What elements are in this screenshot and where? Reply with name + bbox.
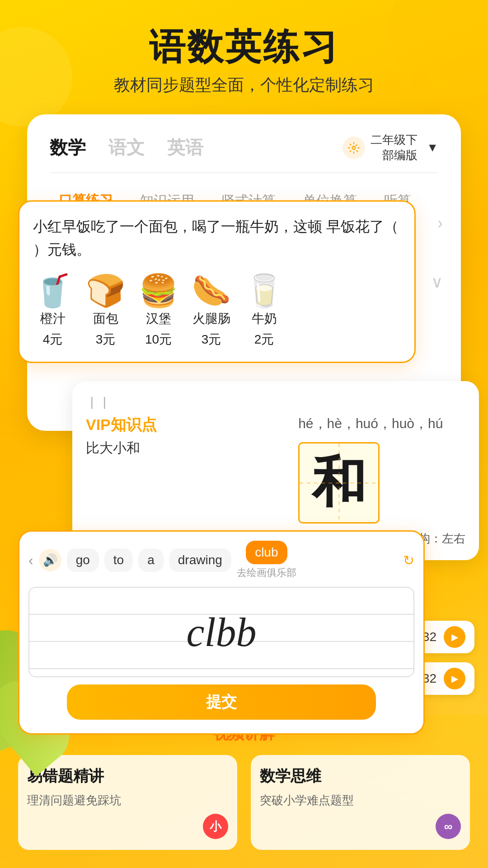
burger-price: 10元 (145, 331, 172, 348)
math-item-orange-juice: 🥤 橙汁 4元 (33, 275, 72, 348)
partial-text: 丨丨 (86, 395, 465, 412)
sausage-icon: 🌭 (192, 275, 231, 307)
cards-area: 数学 语文 英语 二年级下 部编版 ▼ 口算练习 知识运用 竖式计算 (0, 110, 488, 743)
orange-juice-icon: 🥤 (33, 275, 72, 307)
expand-icon-2[interactable]: ∨ (431, 273, 443, 292)
math-thinking-badge: ∞ (436, 814, 461, 839)
chinese-card-row: VIP知识点 比大小和 hé，hè，huó，huò，hú 和 部首：禾 笔画：8… (86, 415, 465, 547)
dropdown-icon[interactable]: ▼ (427, 141, 438, 155)
word-chip-drawing[interactable]: drawing (169, 548, 231, 572)
mistakes-badge: 小 (203, 814, 228, 839)
milk-icon: 🥛 (244, 275, 284, 307)
math-item-sausage: 🌭 火腿肠 3元 (192, 275, 231, 348)
burger-name: 汉堡 (146, 310, 171, 327)
bottom-section: 视频讲解 易错题精讲 理清问题避免踩坑 小 数学思维 突破小学难点题型 ∞ (0, 714, 488, 868)
mistakes-card-subtitle: 理清问题避免踩坑 (27, 792, 228, 808)
header: 语数英练习 教材同步题型全面，个性化定制练习 (0, 0, 488, 110)
math-question-text: 小红早饭吃了一个面包，喝了一瓶牛奶，这顿 早饭花了（ ）元钱。 (33, 215, 401, 261)
orange-juice-price: 4元 (43, 331, 63, 348)
expand-icon[interactable]: › (437, 214, 443, 233)
vip-title: VIP知识点 (86, 415, 157, 435)
math-items-row: 🥤 橙汁 4元 🍞 面包 3元 🍔 汉堡 10元 🌭 火腿肠 3元 🥛 (33, 275, 401, 348)
page-title: 语数英练习 (9, 27, 479, 67)
word-chips-row: go to a drawing club 去绘画俱乐部 (67, 541, 296, 580)
answer-text: clbb (187, 609, 257, 656)
word-chip-club[interactable]: club (246, 541, 287, 564)
bottom-card-mistakes[interactable]: 易错题精讲 理清问题避免踩坑 小 (18, 755, 237, 850)
word-chip-to[interactable]: to (104, 548, 133, 572)
bread-icon: 🍞 (86, 275, 125, 307)
play-button-1[interactable]: ▶ (444, 626, 465, 648)
sausage-price: 3元 (202, 331, 221, 348)
pinyin-text: hé，hè，huó，huò，hú (298, 415, 465, 433)
bottom-cards-row: 易错题精讲 理清问题避免踩坑 小 数学思维 突破小学难点题型 ∞ (18, 755, 470, 850)
tab-chinese[interactable]: 语文 (108, 135, 145, 160)
milk-name: 牛奶 (252, 310, 277, 327)
bread-price: 3元 (96, 331, 116, 348)
svg-point-0 (352, 146, 356, 149)
math-item-milk: 🥛 牛奶 2元 (244, 275, 284, 348)
grade-label: 二年级下 部编版 (371, 132, 418, 163)
subject-right: 二年级下 部编版 ▼ (343, 132, 438, 163)
page-subtitle: 教材同步题型全面，个性化定制练习 (9, 74, 479, 96)
chevron-left-icon[interactable]: ‹ (28, 552, 33, 569)
tab-english[interactable]: 英语 (167, 135, 203, 160)
word-chip-go[interactable]: go (67, 548, 99, 572)
answer-input-area[interactable]: clbb (28, 587, 414, 677)
compare-title: 比大小和 (86, 439, 157, 458)
play-button-2[interactable]: ▶ (444, 668, 465, 689)
bottom-card-math-thinking[interactable]: 数学思维 突破小学难点题型 ∞ (251, 755, 470, 850)
bread-name: 面包 (93, 310, 118, 327)
math-item-bread: 🍞 面包 3元 (86, 275, 125, 348)
orange-juice-name: 橙汁 (40, 310, 66, 327)
word-chip-a[interactable]: a (138, 548, 164, 572)
subject-tabs: 数学 语文 英语 二年级下 部编版 ▼ (50, 132, 438, 173)
math-thinking-subtitle: 突破小学难点题型 (260, 792, 461, 808)
math-item-burger: 🍔 汉堡 10元 (139, 275, 178, 348)
math-problem-card: 小红早饭吃了一个面包，喝了一瓶牛奶，这顿 早饭花了（ ）元钱。 🥤 橙汁 4元 … (18, 200, 416, 363)
sausage-name: 火腿肠 (192, 310, 230, 327)
chinese-left-col: VIP知识点 比大小和 (86, 415, 157, 458)
character-box: 和 (298, 442, 380, 524)
tab-math[interactable]: 数学 (50, 135, 86, 160)
chinese-right-col: hé，hè，huó，huò，hú 和 部首：禾 笔画：8 结构：左右 (298, 415, 465, 547)
submit-button[interactable]: 提交 (67, 684, 375, 720)
burger-icon: 🍔 (139, 275, 178, 307)
refresh-icon[interactable]: ↻ (403, 552, 414, 568)
mistakes-card-title: 易错题精讲 (27, 766, 228, 787)
math-thinking-title: 数学思维 (260, 766, 461, 787)
chinese-character: 和 (312, 446, 366, 520)
sentence-label: 去绘画俱乐部 (237, 566, 296, 580)
milk-price: 2元 (254, 331, 274, 348)
english-header: ‹ 🔊 go to a drawing club 去绘画俱乐部 (28, 541, 414, 580)
audio-button[interactable]: 🔊 (39, 549, 61, 571)
english-card: ‹ 🔊 go to a drawing club 去绘画俱乐部 (18, 530, 425, 735)
settings-icon[interactable] (343, 137, 365, 159)
